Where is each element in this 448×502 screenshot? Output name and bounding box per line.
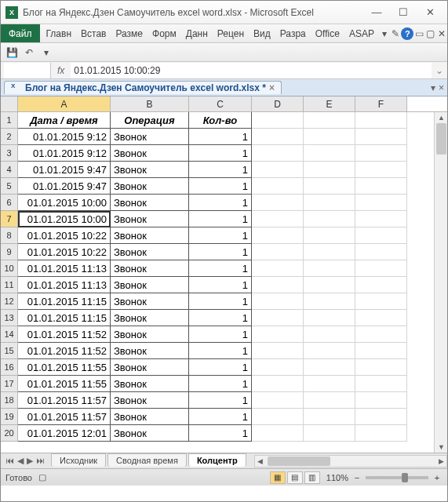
cell[interactable]: [355, 227, 407, 244]
tabbar-close-icon[interactable]: ×: [439, 82, 444, 93]
document-tab-close-icon[interactable]: ×: [269, 82, 275, 93]
zoom-slider[interactable]: [366, 476, 428, 479]
row-header[interactable]: 13: [1, 310, 18, 326]
file-tab[interactable]: Файл: [1, 24, 40, 42]
cell[interactable]: 1: [189, 293, 252, 310]
cell[interactable]: 1: [189, 244, 252, 260]
cell[interactable]: 01.01.2015 9:47: [18, 162, 111, 178]
row-header[interactable]: 8: [1, 227, 18, 244]
cell[interactable]: [304, 425, 355, 442]
view-page-layout-button[interactable]: ▤: [287, 471, 303, 484]
cell[interactable]: [355, 211, 407, 227]
ribbon-tab[interactable]: Разра: [275, 24, 311, 42]
cell[interactable]: [252, 310, 304, 326]
cell[interactable]: [355, 145, 407, 162]
view-normal-button[interactable]: ▦: [270, 471, 286, 484]
cell[interactable]: [304, 227, 355, 244]
cell[interactable]: [304, 277, 355, 293]
cell-header[interactable]: Кол-во: [189, 112, 252, 129]
row-header[interactable]: 5: [1, 178, 18, 195]
qat-more-icon[interactable]: ▾: [40, 46, 53, 59]
zoom-level[interactable]: 110%: [326, 473, 348, 482]
cell[interactable]: [252, 343, 304, 359]
cell[interactable]: [252, 129, 304, 145]
zoom-out-button[interactable]: −: [351, 473, 362, 482]
cell[interactable]: Звонок: [111, 392, 189, 409]
cell[interactable]: [355, 260, 407, 277]
cell[interactable]: [355, 343, 407, 359]
cell[interactable]: 1: [189, 392, 252, 409]
ribbon-tab[interactable]: Главн: [42, 24, 77, 42]
cell[interactable]: [252, 326, 304, 343]
cell[interactable]: [252, 211, 304, 227]
ribbon-tab[interactable]: Форм: [148, 24, 181, 42]
help-icon[interactable]: ?: [401, 27, 413, 40]
formula-expand-icon[interactable]: ⌄: [432, 65, 447, 76]
scroll-down-icon[interactable]: ▼: [435, 442, 448, 453]
cell[interactable]: 1: [189, 326, 252, 343]
cell[interactable]: 1: [189, 343, 252, 359]
cell[interactable]: 1: [189, 145, 252, 162]
cell[interactable]: 01.01.2015 10:00: [18, 211, 111, 227]
formula-input[interactable]: 01.01.2015 10:00:29: [71, 63, 432, 78]
row-header[interactable]: 15: [1, 343, 18, 359]
cell[interactable]: Звонок: [111, 129, 189, 145]
cell[interactable]: [355, 376, 407, 392]
ribbon-tab[interactable]: Встав: [76, 24, 111, 42]
cell[interactable]: 01.01.2015 11:52: [18, 326, 111, 343]
cell[interactable]: [252, 359, 304, 376]
row-header[interactable]: 9: [1, 244, 18, 260]
row-header[interactable]: 1: [1, 112, 18, 129]
column-header[interactable]: B: [111, 96, 189, 111]
cell[interactable]: [355, 129, 407, 145]
row-header[interactable]: 11: [1, 277, 18, 293]
row-header[interactable]: 2: [1, 129, 18, 145]
row-header[interactable]: 3: [1, 145, 18, 162]
cell[interactable]: [252, 392, 304, 409]
cell[interactable]: 01.01.2015 10:22: [18, 227, 111, 244]
cell[interactable]: Звонок: [111, 425, 189, 442]
cell[interactable]: [355, 162, 407, 178]
row-header[interactable]: 12: [1, 293, 18, 310]
ribbon-minimize-icon[interactable]: ▭: [413, 24, 424, 42]
undo-icon[interactable]: ↶: [23, 46, 35, 59]
column-header[interactable]: C: [189, 96, 252, 111]
cell[interactable]: [355, 112, 407, 129]
ribbon-tab[interactable]: ASAP: [344, 24, 379, 42]
cell[interactable]: [355, 359, 407, 376]
sheet-tab[interactable]: Колцентр: [188, 453, 246, 467]
cell[interactable]: [355, 425, 407, 442]
cell[interactable]: [304, 129, 355, 145]
cell[interactable]: [304, 145, 355, 162]
cell[interactable]: Звонок: [111, 376, 189, 392]
scroll-left-icon[interactable]: ◀: [255, 457, 266, 465]
ribbon-tab[interactable]: Рецен: [213, 24, 249, 42]
row-header[interactable]: 16: [1, 359, 18, 376]
cell[interactable]: [304, 359, 355, 376]
column-header[interactable]: F: [355, 96, 407, 111]
cell[interactable]: 1: [189, 162, 252, 178]
cell[interactable]: Звонок: [111, 162, 189, 178]
document-tab[interactable]: X Блог на Яндекс.Дзен Самоучитель excel …: [4, 81, 282, 94]
cell[interactable]: [355, 293, 407, 310]
cell[interactable]: 1: [189, 310, 252, 326]
cell[interactable]: [252, 277, 304, 293]
ribbon-restore-icon[interactable]: ▢: [425, 24, 436, 42]
row-header[interactable]: 18: [1, 392, 18, 409]
cell[interactable]: 01.01.2015 9:12: [18, 129, 111, 145]
cell[interactable]: Звонок: [111, 178, 189, 195]
cell[interactable]: [252, 112, 304, 129]
cell[interactable]: [252, 293, 304, 310]
cell[interactable]: 01.01.2015 11:55: [18, 376, 111, 392]
cell-header[interactable]: Операция: [111, 112, 189, 129]
column-header[interactable]: E: [304, 96, 355, 111]
cell[interactable]: [252, 409, 304, 425]
sheet-tab[interactable]: Исходник: [51, 453, 106, 467]
cell[interactable]: 01.01.2015 11:57: [18, 392, 111, 409]
cell[interactable]: 01.01.2015 11:57: [18, 409, 111, 425]
sheet-nav-last-icon[interactable]: ⏭: [35, 456, 46, 466]
scroll-up-icon[interactable]: ▲: [435, 112, 448, 123]
cell[interactable]: [252, 425, 304, 442]
scroll-thumb[interactable]: [436, 123, 446, 155]
cell[interactable]: [304, 310, 355, 326]
